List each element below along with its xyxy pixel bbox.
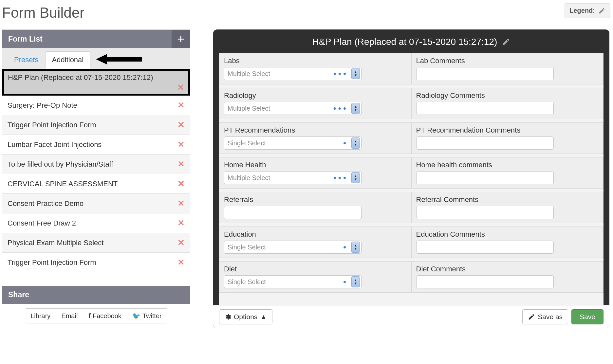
list-item-label: Trigger Point Injection Form bbox=[8, 121, 96, 129]
list-item[interactable]: Physical Exam Multiple Select✕ bbox=[2, 233, 190, 253]
field-label: Diet bbox=[224, 265, 407, 273]
field-label: Referrals bbox=[224, 195, 407, 204]
legend-button[interactable]: Legend: bbox=[565, 3, 610, 18]
delete-icon[interactable]: ✕ bbox=[177, 179, 185, 189]
save-button[interactable]: Save bbox=[571, 309, 604, 324]
gear-icon bbox=[225, 314, 231, 320]
stepper-icon[interactable] bbox=[351, 276, 360, 287]
single-select[interactable]: Single Select• bbox=[224, 136, 362, 150]
field-cell: DietSingle Select• bbox=[219, 261, 412, 293]
text-input[interactable] bbox=[416, 171, 554, 184]
twitter-icon: 🐦 bbox=[132, 312, 140, 320]
select-placeholder: Multiple Select bbox=[228, 70, 270, 78]
add-form-button[interactable]: + bbox=[172, 30, 190, 48]
tab-presets[interactable]: Presets bbox=[8, 52, 45, 69]
facebook-icon: f bbox=[88, 312, 91, 320]
field-label: PT Recommendation Comments bbox=[416, 126, 599, 135]
list-item[interactable]: To be filled out by Physician/Staff✕ bbox=[2, 155, 190, 174]
delete-icon[interactable]: ✕ bbox=[177, 100, 185, 110]
stepper-icon[interactable] bbox=[351, 68, 360, 79]
delete-icon[interactable]: ✕ bbox=[177, 82, 184, 92]
text-input[interactable] bbox=[416, 136, 554, 150]
share-twitter-button[interactable]: 🐦Twitter bbox=[127, 308, 167, 323]
field-label: Radiology bbox=[224, 91, 407, 100]
list-item-label: Consent Free Draw 2 bbox=[8, 219, 76, 228]
field-cell: EducationSingle Select• bbox=[219, 227, 412, 258]
list-item[interactable]: Trigger Point Injection Form✕ bbox=[2, 115, 190, 135]
stepper-icon[interactable] bbox=[351, 242, 360, 253]
field-cell: Diet Comments bbox=[412, 261, 604, 293]
editor-footer: Options ▲ Save as Save bbox=[213, 305, 609, 328]
delete-icon[interactable]: ✕ bbox=[177, 238, 185, 248]
field-cell: Referral Comments bbox=[412, 192, 604, 223]
field-cell: Radiology Comments bbox=[412, 88, 604, 119]
field-label: Diet Comments bbox=[416, 265, 599, 273]
field-label: Labs bbox=[224, 57, 407, 65]
field-label: Referral Comments bbox=[416, 195, 599, 204]
list-item-label: H&P Plan (Replaced at 07-15-2020 15:27:1… bbox=[8, 73, 153, 82]
dots-icon: • bbox=[343, 138, 348, 148]
multiple-select[interactable]: Multiple Select••• bbox=[224, 171, 362, 184]
field-cell: Home HealthMultiple Select••• bbox=[219, 157, 412, 189]
svg-marker-0 bbox=[96, 54, 142, 64]
text-input[interactable] bbox=[416, 102, 554, 115]
single-select[interactable]: Single Select• bbox=[224, 241, 362, 254]
list-item-label: CERVICAL SPINE ASSESSMENT bbox=[8, 180, 118, 188]
multiple-select[interactable]: Multiple Select••• bbox=[224, 67, 362, 80]
share-facebook-button[interactable]: fFacebook bbox=[83, 308, 127, 323]
list-item[interactable]: Surgery: Pre-Op Note✕ bbox=[2, 96, 190, 115]
form-list-title: Form List bbox=[8, 35, 43, 44]
field-cell: Referrals bbox=[219, 192, 412, 223]
page-title: Form Builder bbox=[0, 0, 613, 29]
field-cell: Education Comments bbox=[412, 227, 604, 258]
delete-icon[interactable]: ✕ bbox=[177, 120, 185, 130]
delete-icon[interactable]: ✕ bbox=[177, 218, 185, 228]
legend-label: Legend: bbox=[569, 7, 595, 14]
field-row: RadiologyMultiple Select•••Radiology Com… bbox=[219, 88, 604, 122]
single-select[interactable]: Single Select• bbox=[224, 275, 362, 288]
delete-icon[interactable]: ✕ bbox=[177, 198, 185, 209]
edit-title-icon[interactable] bbox=[502, 38, 510, 46]
select-placeholder: Multiple Select bbox=[228, 105, 270, 112]
field-cell: PT Recommendation Comments bbox=[412, 122, 604, 154]
tab-additional[interactable]: Additional bbox=[45, 51, 91, 69]
text-input[interactable] bbox=[416, 275, 554, 288]
field-label: Education bbox=[224, 230, 407, 239]
list-item[interactable]: Consent Free Draw 2✕ bbox=[2, 213, 190, 233]
text-input[interactable] bbox=[416, 67, 554, 80]
list-item[interactable]: CERVICAL SPINE ASSESSMENT✕ bbox=[2, 174, 190, 194]
field-cell: Home health comments bbox=[412, 157, 604, 189]
stepper-icon[interactable] bbox=[351, 137, 360, 149]
delete-icon[interactable]: ✕ bbox=[177, 139, 185, 150]
editor-title: H&P Plan (Replaced at 07-15-2020 15:27:1… bbox=[312, 37, 497, 47]
stepper-icon[interactable] bbox=[351, 172, 360, 183]
dots-icon: • bbox=[343, 277, 348, 287]
text-input[interactable] bbox=[416, 241, 554, 254]
field-row: EducationSingle Select•Education Comment… bbox=[219, 227, 604, 261]
form-fields-scroll[interactable]: LabsMultiple Select•••Lab CommentsRadiol… bbox=[219, 53, 604, 305]
form-list-panel: Form List + Presets Additional H&P Plan … bbox=[2, 29, 190, 328]
save-as-button[interactable]: Save as bbox=[522, 309, 568, 324]
list-item[interactable]: Consent Practice Demo✕ bbox=[2, 194, 190, 213]
dots-icon: • bbox=[343, 242, 348, 252]
stepper-icon[interactable] bbox=[351, 103, 360, 114]
field-label: PT Recommendations bbox=[224, 126, 407, 135]
delete-icon[interactable]: ✕ bbox=[177, 257, 185, 267]
field-cell: PT RecommendationsSingle Select• bbox=[219, 122, 412, 154]
field-cell: Lab Comments bbox=[412, 53, 604, 84]
form-editor-panel: H&P Plan (Replaced at 07-15-2020 15:27:1… bbox=[213, 29, 609, 328]
field-label: Radiology Comments bbox=[416, 91, 599, 100]
share-email-button[interactable]: Email bbox=[56, 308, 83, 323]
delete-icon[interactable]: ✕ bbox=[177, 159, 185, 169]
list-item-label: Consent Practice Demo bbox=[8, 199, 84, 208]
form-list[interactable]: H&P Plan (Replaced at 07-15-2020 15:27:1… bbox=[2, 69, 190, 286]
multiple-select[interactable]: Multiple Select••• bbox=[224, 102, 362, 115]
dots-icon: ••• bbox=[333, 173, 348, 183]
text-input[interactable] bbox=[416, 206, 554, 219]
text-input[interactable] bbox=[224, 206, 362, 219]
list-item[interactable]: H&P Plan (Replaced at 07-15-2020 15:27:1… bbox=[2, 69, 190, 96]
list-item[interactable]: Lumbar Facet Joint Injections✕ bbox=[2, 135, 190, 155]
share-library-button[interactable]: Library bbox=[25, 308, 56, 323]
list-item[interactable]: Trigger Point Injection Form✕ bbox=[2, 253, 190, 272]
options-button[interactable]: Options ▲ bbox=[219, 309, 272, 324]
